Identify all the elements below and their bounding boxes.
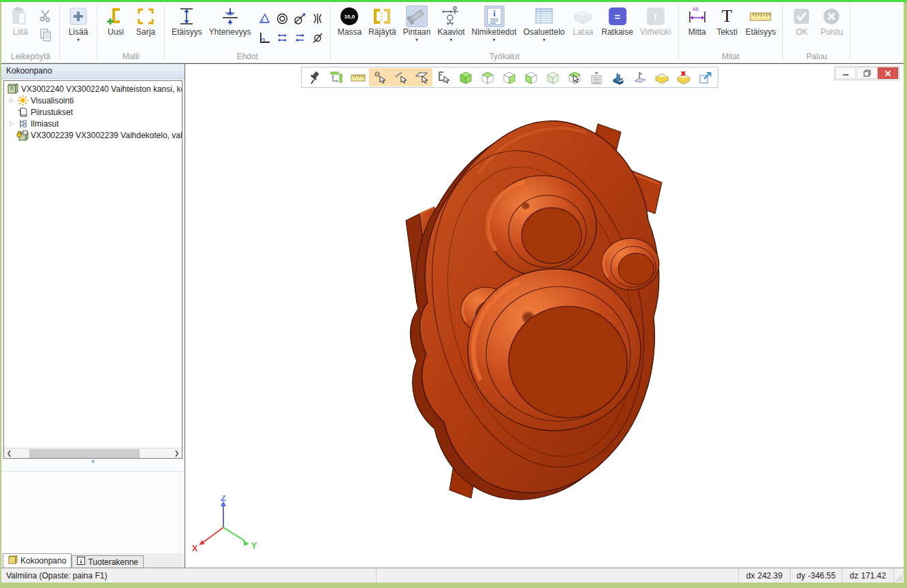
scroll-left-arrow-icon[interactable]: ❮ [4, 450, 14, 457]
symmetric-constraint-button[interactable] [309, 9, 327, 28]
minimize-button[interactable] [836, 67, 856, 79]
tree-item-part[interactable]: i VX3002239 VX3002239 Vaihdekotelo, valu… [4, 129, 182, 141]
tab-kokoonpano[interactable]: Kokoonpano [3, 553, 71, 568]
info-tab-icon: i [77, 557, 85, 567]
concentric-constraint-button[interactable] [274, 9, 291, 28]
axis-y-label: Y [251, 540, 257, 551]
tab-tuoterakenne[interactable]: i Tuoterakenne [71, 555, 144, 568]
paste-button[interactable]: Liitä [5, 3, 35, 37]
solve-icon: = [609, 5, 626, 27]
ribbon: Liitä [1, 2, 904, 63]
scrollbar-thumb[interactable] [29, 449, 140, 458]
add-button[interactable]: Lisää ▾ [63, 3, 93, 43]
distance-constraint-button[interactable]: Etäisyys [168, 3, 206, 37]
cube-shaded-icon[interactable] [542, 68, 563, 86]
mass-button[interactable]: 10,0 Massa [334, 3, 365, 37]
expander-icon[interactable]: ▷ [7, 97, 16, 103]
cube-left-face-icon[interactable] [520, 68, 541, 86]
distance-dim-button[interactable]: Etäisyys [742, 3, 780, 37]
measure-coordinate-icon[interactable] [325, 68, 347, 86]
load-button[interactable]: Lataa [568, 3, 598, 37]
tree-item-label: VX3002240 VX3002240 Vaihteiston kansi, k… [19, 84, 182, 94]
close-button[interactable] [878, 67, 898, 79]
tree-horizontal-scrollbar[interactable]: ❮ ❯ [4, 448, 182, 458]
axis-x-label: X [192, 543, 198, 553]
sketch-plane-icon[interactable] [629, 68, 650, 86]
expander-icon[interactable]: ▷ [7, 120, 16, 127]
ribbon-group-model: Uusi Sarja Malli [98, 2, 163, 63]
assembly-icon [7, 84, 19, 94]
load-label: Lataa [573, 27, 593, 37]
perpendicular-constraint-button[interactable] [256, 28, 274, 47]
tangent-line-constraint-button[interactable] [309, 28, 327, 47]
ribbon-group-return: OK Poistu Paluu [784, 2, 849, 63]
angle-constraint-button[interactable] [256, 9, 274, 28]
distance-constraint-label: Etäisyys [172, 27, 202, 37]
pin-icon[interactable] [304, 68, 325, 86]
drawings-icon [16, 108, 29, 117]
select-face-icon[interactable] [411, 68, 432, 86]
tangent-constraint-button[interactable] [291, 9, 309, 28]
ok-label: OK [796, 27, 808, 37]
tree-item-assembly[interactable]: VX3002240 VX3002240 Vaihteiston kansi, k… [4, 83, 182, 95]
select-point-icon[interactable] [369, 68, 390, 86]
to-surface-button[interactable]: Pintaan ▾ [400, 3, 434, 43]
resize-grip[interactable] [894, 568, 904, 583]
assembly-tab-icon [8, 555, 18, 566]
tab-label: Kokoonpano [20, 556, 66, 566]
parts-list-button[interactable]: Osaluettelo ▾ [520, 3, 569, 43]
expand-view-icon[interactable] [695, 68, 716, 86]
collapse-arrow-icon[interactable]: ▼ [91, 459, 96, 466]
error-log-button[interactable]: ! Virheloki [637, 3, 675, 37]
coincidence-button[interactable]: Yhtenevyys [206, 3, 255, 37]
distance-constraint-icon [176, 5, 197, 27]
cube-solid-icon[interactable] [455, 68, 476, 86]
select-edge-icon[interactable] [390, 68, 411, 86]
model-viewport[interactable]: Z X Y [185, 64, 904, 568]
ruler-icon [749, 5, 772, 27]
extrude-part-icon[interactable] [607, 68, 628, 86]
exit-button[interactable]: Poistu [816, 3, 846, 37]
load-icon [572, 5, 594, 27]
copy-button[interactable] [37, 27, 54, 43]
cube-right-face-icon[interactable] [498, 68, 520, 86]
text-button[interactable]: T Teksti [712, 3, 742, 37]
axis-triad: Z X Y [191, 495, 259, 558]
select-component-icon[interactable] [433, 68, 454, 86]
scrollbar-track[interactable] [14, 448, 172, 459]
3d-model[interactable] [396, 113, 669, 508]
ruler-tool-icon[interactable] [347, 68, 368, 86]
child-window-controls [834, 66, 900, 80]
explode-button[interactable]: Räjäytä [365, 3, 400, 37]
part-locked-icon: i [16, 130, 29, 141]
equal-constraint-button[interactable] [291, 28, 309, 47]
solve-button[interactable]: = Ratkaise [598, 3, 637, 37]
restore-button[interactable] [857, 67, 877, 79]
ok-button[interactable]: OK [786, 3, 816, 37]
paste-label: Liitä [13, 27, 28, 37]
parallel-constraint-button[interactable] [274, 28, 291, 47]
series-button[interactable]: Sarja [131, 3, 161, 37]
tray-icon[interactable] [651, 68, 672, 86]
new-button[interactable]: Uusi [101, 3, 131, 37]
tray-delete-icon[interactable] [673, 68, 694, 86]
tree-item-visualization[interactable]: ▷ Visualisointi [4, 95, 182, 106]
item-info-button[interactable]: i Nimiketiedot ▾ [468, 3, 520, 43]
diagrams-dropdown-caret: ▾ [449, 37, 452, 43]
panel-splitter[interactable]: ▼ [1, 459, 185, 472]
item-info-label: Nimiketiedot [472, 27, 517, 37]
tree-item-representations[interactable]: ▷ Ilmiasut [4, 118, 182, 129]
measure-button[interactable]: 45 Mitta [682, 3, 712, 37]
display-list-icon[interactable] [586, 68, 607, 86]
error-log-icon: ! [647, 5, 665, 27]
cube-face-pick-icon[interactable] [564, 68, 585, 86]
tree-item-drawings[interactable]: Piirustukset [4, 106, 182, 118]
diagrams-button[interactable]: Kaaviot ▾ [434, 3, 468, 43]
cube-top-face-icon[interactable] [477, 68, 498, 86]
scroll-right-arrow-icon[interactable]: ❯ [172, 450, 182, 457]
tree-item-label: Piirustukset [29, 108, 73, 117]
series-label: Sarja [136, 27, 155, 37]
solve-glyph: = [614, 11, 620, 22]
cut-button[interactable] [37, 7, 54, 24]
group-label-clipboard: Leikepöytä [5, 52, 56, 63]
